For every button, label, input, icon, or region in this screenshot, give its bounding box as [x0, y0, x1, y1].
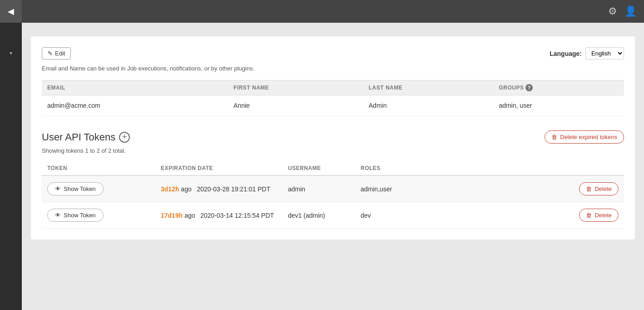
time-suffix: ago 2020-03-28 19:21:01 PDT [181, 185, 270, 193]
tokens-section-title: User API Tokens [42, 131, 115, 143]
th-username: USERNAME [282, 161, 355, 175]
tokens-section-header: User API Tokens + 🗑 Delete expired token… [42, 130, 624, 144]
language-label: Language: [550, 50, 582, 57]
delete-label: Delete [594, 212, 612, 219]
sidebar-toggle[interactable]: ◀ [0, 0, 22, 23]
time-ago: 3d12h [161, 185, 179, 193]
token-roles: admin,user [355, 175, 410, 202]
language-selector: Language: English French German Spanish [550, 47, 624, 60]
user-icon[interactable]: 👤 [624, 5, 637, 17]
main-wrapper: ✎ Edit Language: English French German S… [22, 23, 644, 253]
user-lastname: Admin [363, 95, 494, 116]
delete-token-button-1[interactable]: 🗑 Delete [579, 182, 619, 195]
col-lastname: LAST NAME [363, 80, 494, 95]
token-show-cell: 👁 Show Token [42, 202, 155, 229]
delete-token-button-2[interactable]: 🗑 Delete [579, 209, 619, 222]
eye-icon: 👁 [55, 212, 61, 219]
add-token-button[interactable]: + [119, 132, 130, 143]
token-username: dev1 (admin) [282, 202, 355, 229]
edit-button[interactable]: ✎ Edit [42, 47, 71, 60]
user-groups: admin, user [493, 95, 624, 116]
time-ago: 17d19h [161, 212, 183, 219]
delete-label: Delete [594, 185, 612, 192]
token-show-cell: 👁 Show Token [42, 175, 155, 202]
topbar-icons: ⚙ 👤 [608, 5, 637, 17]
user-email: admin@acme.com [42, 95, 228, 116]
sidebar: ◀ ▾ [0, 0, 22, 253]
trash-icon: 🗑 [586, 212, 592, 219]
token-expiry-cell: 3d12h ago 2020-03-28 19:21:01 PDT [155, 175, 282, 202]
trash-icon: 🗑 [586, 185, 592, 192]
delete-expired-button[interactable]: 🗑 Delete expired tokens [545, 130, 624, 144]
user-firstname: Annie [228, 95, 363, 116]
edit-button-label: Edit [55, 50, 65, 57]
delete-expired-label: Delete expired tokens [560, 134, 617, 140]
token-actions: 🗑 Delete [410, 175, 624, 202]
token-actions: 🗑 Delete [410, 202, 624, 229]
language-select[interactable]: English French German Spanish [585, 47, 624, 60]
topbar: ⚙ 👤 [0, 0, 644, 23]
time-suffix: ago 2020-03-14 12:15:54 PDT [184, 212, 274, 219]
tokens-count: Showing tokens 1 to 2 of 2 total. [42, 147, 624, 154]
show-token-button-1[interactable]: 👁 Show Token [47, 182, 104, 195]
col-email: EMAIL [42, 80, 228, 95]
token-row: 👁 Show Token 3d12h ago 2020-03-28 19:21:… [42, 175, 624, 202]
main-card: ✎ Edit Language: English French German S… [31, 36, 635, 240]
sidebar-arrow-icon: ▾ [10, 50, 12, 56]
card-description: Email and Name can be used in Job execut… [42, 65, 624, 72]
gear-icon[interactable]: ⚙ [608, 5, 617, 17]
show-token-button-2[interactable]: 👁 Show Token [47, 209, 104, 222]
th-token: TOKEN [42, 161, 155, 175]
tokens-table: TOKEN EXPIRATION DATE USERNAME ROLES 👁 S… [42, 161, 624, 229]
user-row: admin@acme.com Annie Admin admin, user [42, 95, 624, 116]
trash-icon: 🗑 [551, 134, 557, 140]
user-table: EMAIL FIRST NAME LAST NAME GROUPS ? admi… [42, 80, 624, 116]
show-token-label: Show Token [64, 185, 96, 192]
col-firstname: FIRST NAME [228, 80, 363, 95]
th-actions [410, 161, 624, 175]
token-expiry-cell: 17d19h ago 2020-03-14 12:15:54 PDT [155, 202, 282, 229]
col-groups: GROUPS ? [493, 80, 624, 95]
show-token-label: Show Token [64, 212, 96, 219]
groups-help-icon[interactable]: ? [525, 84, 533, 91]
token-roles: dev [355, 202, 410, 229]
card-header: ✎ Edit Language: English French German S… [42, 47, 624, 60]
sidebar-toggle-icon: ◀ [8, 6, 14, 16]
token-username: admin [282, 175, 355, 202]
th-expiration: EXPIRATION DATE [155, 161, 282, 175]
th-roles: ROLES [355, 161, 410, 175]
token-row: 👁 Show Token 17d19h ago 2020-03-14 12:15… [42, 202, 624, 229]
tokens-title-left: User API Tokens + [42, 131, 130, 143]
sidebar-arrow[interactable]: ▾ [10, 50, 12, 56]
eye-icon: 👁 [55, 185, 61, 192]
edit-pencil-icon: ✎ [48, 50, 53, 57]
